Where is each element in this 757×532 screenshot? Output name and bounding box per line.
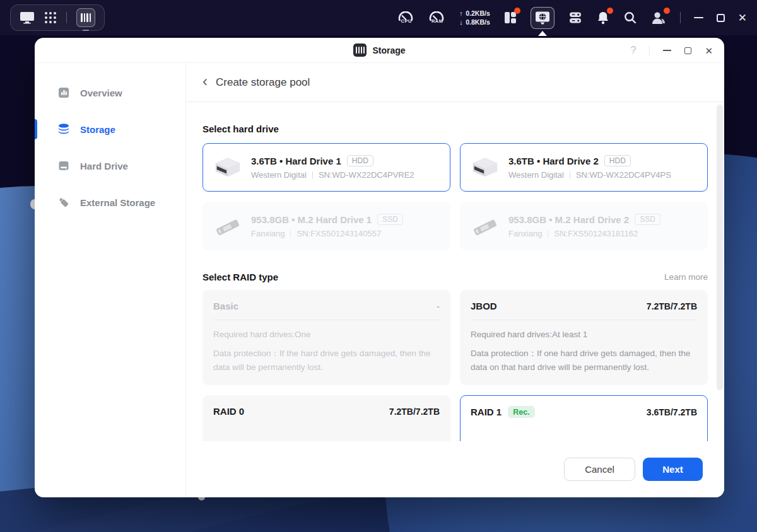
close-icon: ✕ [738, 13, 747, 23]
drive-info: 3.6TB • Hard Drive 2 HDD Western Digital… [508, 155, 671, 180]
notifications-tray-button[interactable] [596, 11, 610, 25]
drive-title: 3.6TB • Hard Drive 1 [251, 156, 341, 166]
maximize-icon [717, 14, 725, 22]
storage-app-tray-button[interactable] [531, 7, 555, 29]
sidebar-item-label: Storage [80, 124, 115, 135]
ram-monitor[interactable]: RAM [428, 11, 446, 24]
cancel-button[interactable]: Cancel [564, 458, 635, 481]
sidebar-item-overview[interactable]: Overview [35, 80, 185, 105]
window-titlebar[interactable]: Storage ? ✕ [35, 38, 724, 63]
drive-card-m2-2: 953.8GB • M.2 Hard Drive 2 SSD Fanxiang … [460, 202, 708, 250]
search-icon [623, 11, 637, 25]
drive-title: 953.8GB • M.2 Hard Drive 2 [508, 214, 629, 225]
hard-drive-icon [57, 159, 70, 172]
maximize-icon [684, 47, 691, 54]
raid-section-heading: Select RAID type [202, 272, 278, 282]
drive-serial: SN:FXS501243181162 [554, 229, 638, 238]
storage-pool-icon [57, 123, 70, 136]
m2-ssd-icon [471, 213, 500, 240]
minimize-icon [694, 17, 703, 18]
desktop-maximize-button[interactable] [717, 14, 725, 22]
drive-serial: SN:WD-WX22DC4PV4PS [576, 170, 671, 180]
system-tray: CPU RAM ↑0.2KB/s ↓0.8KB/s [397, 7, 747, 29]
desktop-close-button[interactable]: ✕ [738, 13, 747, 23]
hdd-3d-icon [471, 154, 500, 181]
drive-serial: SN:FXS501243140557 [296, 229, 381, 238]
raid-card-raid1[interactable]: RAID 1 Rec. 3.6TB/7.2TB [460, 395, 708, 441]
drive-type-badge: SSD [635, 214, 660, 225]
minimize-button[interactable] [663, 50, 671, 51]
divider [312, 171, 313, 179]
raid-card-raid0[interactable]: RAID 0 7.2TB/7.2TB [202, 395, 450, 441]
scrollbar[interactable] [717, 105, 723, 390]
monitor-globe-icon [535, 11, 550, 25]
notification-badge [664, 8, 670, 14]
taskbar: CPU RAM ↑0.2KB/s ↓0.8KB/s [0, 0, 757, 35]
raid-name: JBOD [471, 301, 497, 311]
next-button[interactable]: Next [643, 458, 703, 481]
sidebar-item-external-storage[interactable]: External Storage [35, 190, 185, 215]
download-arrow-icon: ↓ [459, 18, 466, 26]
files-tray-button[interactable] [568, 11, 583, 25]
usb-drive-icon [57, 196, 70, 209]
sidebar-item-storage[interactable]: Storage [35, 117, 185, 142]
cpu-monitor[interactable]: CPU [397, 11, 415, 24]
m2-ssd-icon [213, 213, 242, 240]
widgets-tray-button[interactable] [503, 11, 517, 25]
network-speed[interactable]: ↑0.2KB/s ↓0.8KB/s [459, 9, 490, 26]
controls-separator [649, 46, 650, 55]
raid-capacity: 7.2TB/7.2TB [389, 407, 440, 417]
storage-app-icon [353, 43, 367, 57]
storage-app-dock-icon[interactable] [76, 8, 95, 27]
desktop-button[interactable] [20, 11, 35, 25]
drive-type-badge: HDD [604, 155, 631, 166]
active-app-caret [538, 31, 547, 36]
drive-type-badge: HDD [347, 155, 373, 166]
scroll-area[interactable]: Select hard drive 3.6TB • Hard Drive 1 [186, 102, 724, 441]
upload-speed: 0.2KB/s [466, 9, 490, 17]
drive-vendor: Fanxiang [251, 229, 285, 238]
raid-data-protection: Data protection：If one hard drive gets d… [471, 347, 697, 374]
sidebar-item-label: Hard Drive [80, 161, 128, 171]
raid-required-drives: Required hard drives:One [213, 328, 440, 342]
drive-card-hdd2[interactable]: 3.6TB • Hard Drive 2 HDD Western Digital… [460, 143, 708, 192]
drive-info: 3.6TB • Hard Drive 1 HDD Western Digital… [251, 155, 414, 180]
drive-title: 953.8GB • M.2 Hard Drive 1 [251, 214, 372, 225]
overview-icon [57, 86, 70, 99]
raid-capacity: - [437, 301, 440, 311]
drive-title: 3.6TB • Hard Drive 2 [508, 156, 599, 166]
app-launcher-button[interactable] [44, 11, 57, 24]
account-tray-button[interactable] [650, 11, 667, 25]
search-tray-button[interactable] [623, 11, 637, 25]
drive-vendor: Western Digital [251, 170, 307, 180]
desktop-minimize-button[interactable] [694, 17, 703, 18]
notification-badge [514, 8, 520, 14]
sidebar-item-label: External Storage [80, 197, 155, 208]
sidebar-item-hard-drive[interactable]: Hard Drive [35, 153, 185, 178]
divider [290, 230, 291, 238]
raid-card-jbod[interactable]: JBOD 7.2TB/7.2TB Required hard drives:At… [460, 290, 708, 385]
notification-badge [607, 8, 613, 14]
close-button[interactable]: ✕ [705, 46, 713, 55]
back-button[interactable]: ‹ [202, 74, 208, 89]
drive-card-m2-1: 953.8GB • M.2 Hard Drive 1 SSD Fanxiang … [202, 202, 450, 250]
drive-info: 953.8GB • M.2 Hard Drive 2 SSD Fanxiang … [508, 214, 660, 238]
raid-capacity: 3.6TB/7.2TB [647, 407, 697, 417]
drive-grid: 3.6TB • Hard Drive 1 HDD Western Digital… [202, 143, 708, 250]
main-content: ‹ Create storage pool Select hard drive [186, 63, 724, 497]
learn-more-link[interactable]: Learn more [664, 272, 708, 282]
sidebar-item-label: Overview [80, 88, 122, 98]
raid-capacity: 7.2TB/7.2TB [647, 301, 697, 311]
raid-name: Basic [213, 301, 238, 311]
monitor-icon [20, 11, 35, 25]
storage-app-window: Storage ? ✕ Overview [35, 38, 724, 497]
raid-required-drives: Required hard drives:At least 1 [471, 328, 697, 342]
drive-card-hdd1[interactable]: 3.6TB • Hard Drive 1 HDD Western Digital… [202, 143, 450, 192]
dock [10, 4, 105, 31]
drive-type-badge: SSD [377, 214, 403, 225]
raid-name: RAID 0 [213, 406, 244, 417]
divider [570, 171, 570, 179]
tray-separator [680, 12, 681, 23]
help-button[interactable]: ? [631, 45, 637, 56]
maximize-button[interactable] [684, 47, 691, 54]
